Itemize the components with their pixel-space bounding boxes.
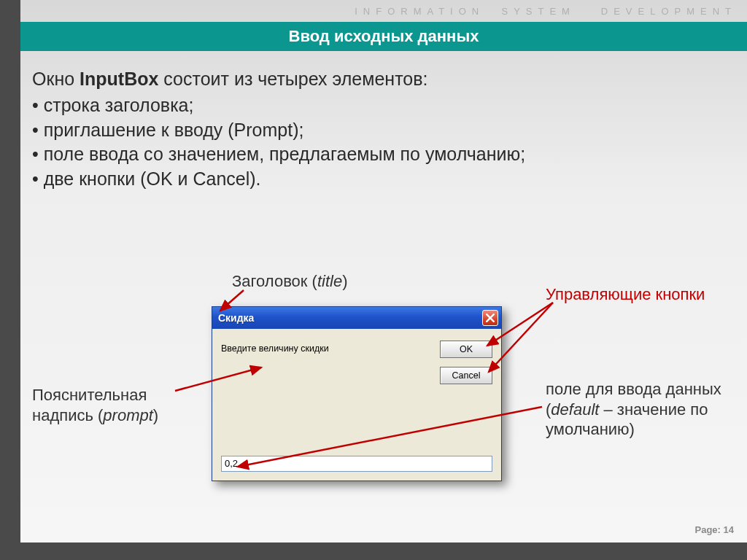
page-number: Page: 14 xyxy=(695,524,734,535)
body-text: Окно InputBox состоит из четырех элемент… xyxy=(32,67,732,192)
default-input[interactable]: 0,2 xyxy=(221,456,492,472)
slide: INFORMATION SYSTEM DEVELOPMENT Ввод исхо… xyxy=(20,0,747,542)
ann-title-pre: Заголовок ( xyxy=(232,272,317,290)
bullet-1: • строка заголовка; xyxy=(32,93,732,118)
dialog-title: Скидка xyxy=(218,312,482,324)
ann-default-it: default xyxy=(551,400,599,419)
ann-title-post: ) xyxy=(342,272,347,290)
dialog-prompt: Введите величину скидки xyxy=(221,343,329,354)
annotation-prompt: Пояснительная надпись (prompt) xyxy=(32,385,200,425)
intro-line: Окно InputBox состоит из четырех элемент… xyxy=(32,67,732,92)
cancel-button[interactable]: Cancel xyxy=(440,367,492,384)
annotation-default: поле для ввода данных (default – значени… xyxy=(546,379,732,440)
intro-post: состоит из четырех элементов: xyxy=(158,69,427,89)
annotation-buttons: Управляющие кнопки xyxy=(546,284,705,305)
ann-title-it: title xyxy=(317,272,342,290)
slide-title: Ввод исходных данных xyxy=(20,22,747,51)
ann-prompt-post: ) xyxy=(153,406,158,424)
sub-header: INFORMATION SYSTEM DEVELOPMENT xyxy=(355,6,737,17)
intro-pre: Окно xyxy=(32,69,80,89)
inputbox-dialog: Скидка Введите величину скидки OK Cancel… xyxy=(212,306,502,481)
bullet-4: • две кнопки (OK и Cancel). xyxy=(32,167,732,192)
ok-button[interactable]: OK xyxy=(440,341,492,358)
close-button[interactable] xyxy=(482,310,498,326)
annotation-title: Заголовок (title) xyxy=(232,271,347,292)
intro-bold: InputBox xyxy=(80,69,158,89)
ann-buttons-line1: Управляющие кнопки xyxy=(546,285,705,303)
bullet-2: • приглашение к вводу (Prompt); xyxy=(32,118,732,143)
bullet-3: • поле ввода со значением, предлагаемым … xyxy=(32,142,732,167)
close-icon xyxy=(486,314,495,322)
dialog-body: Введите величину скидки OK Cancel 0,2 xyxy=(212,329,501,481)
dialog-titlebar[interactable]: Скидка xyxy=(212,307,501,329)
ann-prompt-it: prompt xyxy=(103,406,152,424)
